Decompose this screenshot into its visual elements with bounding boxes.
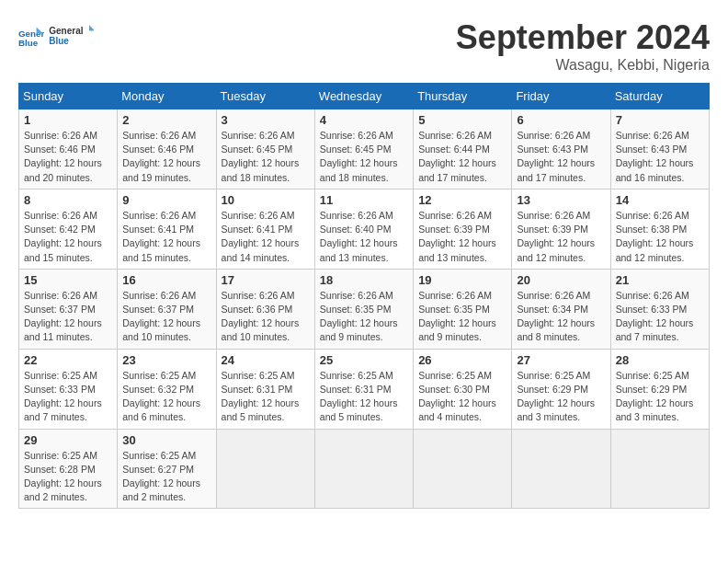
day-number: 22 (24, 353, 112, 367)
day-number: 2 (122, 113, 210, 127)
day-number: 18 (320, 273, 408, 287)
table-row: 12Sunrise: 6:26 AMSunset: 6:39 PMDayligh… (414, 189, 512, 269)
table-row: 16Sunrise: 6:26 AMSunset: 6:37 PMDayligh… (118, 269, 216, 349)
day-info: Sunrise: 6:26 AMSunset: 6:39 PMDaylight:… (418, 209, 506, 265)
table-row: 23Sunrise: 6:25 AMSunset: 6:32 PMDayligh… (118, 349, 216, 429)
table-row (610, 429, 709, 509)
table-row: 15Sunrise: 6:26 AMSunset: 6:37 PMDayligh… (19, 269, 118, 349)
day-number: 21 (616, 273, 704, 287)
svg-text:Blue: Blue (49, 36, 69, 46)
location-subtitle: Wasagu, Kebbi, Nigeria (456, 57, 710, 74)
logo: General Blue General Blue (18, 18, 94, 55)
day-info: Sunrise: 6:25 AMSunset: 6:33 PMDaylight:… (24, 369, 112, 425)
table-row: 11Sunrise: 6:26 AMSunset: 6:40 PMDayligh… (314, 189, 413, 269)
day-number: 15 (24, 273, 112, 287)
day-info: Sunrise: 6:26 AMSunset: 6:37 PMDaylight:… (122, 289, 210, 345)
day-number: 28 (616, 353, 704, 367)
header-sunday: Sunday (19, 84, 118, 109)
calendar-table: Sunday Monday Tuesday Wednesday Thursday… (18, 83, 710, 509)
table-row: 13Sunrise: 6:26 AMSunset: 6:39 PMDayligh… (512, 189, 610, 269)
calendar-week-row: 1Sunrise: 6:26 AMSunset: 6:46 PMDaylight… (19, 109, 710, 190)
table-row: 19Sunrise: 6:26 AMSunset: 6:35 PMDayligh… (414, 269, 512, 349)
table-row: 26Sunrise: 6:25 AMSunset: 6:30 PMDayligh… (414, 349, 512, 429)
svg-text:General: General (49, 26, 83, 36)
month-title: September 2024 (456, 18, 710, 57)
table-row: 29Sunrise: 6:25 AMSunset: 6:28 PMDayligh… (19, 429, 118, 509)
table-row: 22Sunrise: 6:25 AMSunset: 6:33 PMDayligh… (19, 349, 118, 429)
header-tuesday: Tuesday (216, 84, 314, 109)
header-monday: Monday (118, 84, 216, 109)
day-number: 4 (320, 113, 408, 127)
day-info: Sunrise: 6:26 AMSunset: 6:39 PMDaylight:… (517, 209, 605, 265)
table-row: 25Sunrise: 6:25 AMSunset: 6:31 PMDayligh… (314, 349, 413, 429)
calendar-header-row: Sunday Monday Tuesday Wednesday Thursday… (19, 84, 710, 109)
day-info: Sunrise: 6:25 AMSunset: 6:31 PMDaylight:… (222, 369, 310, 425)
day-info: Sunrise: 6:25 AMSunset: 6:29 PMDaylight:… (517, 369, 605, 425)
table-row: 24Sunrise: 6:25 AMSunset: 6:31 PMDayligh… (216, 349, 314, 429)
header-thursday: Thursday (414, 84, 512, 109)
day-info: Sunrise: 6:26 AMSunset: 6:45 PMDaylight:… (222, 129, 310, 185)
day-number: 9 (122, 193, 210, 207)
table-row (512, 429, 610, 509)
day-number: 23 (122, 353, 210, 367)
day-number: 25 (320, 353, 408, 367)
day-info: Sunrise: 6:25 AMSunset: 6:30 PMDaylight:… (418, 369, 506, 425)
calendar-week-row: 22Sunrise: 6:25 AMSunset: 6:33 PMDayligh… (19, 349, 710, 429)
table-row: 9Sunrise: 6:26 AMSunset: 6:41 PMDaylight… (118, 189, 216, 269)
day-number: 11 (320, 193, 408, 207)
day-number: 27 (517, 353, 605, 367)
day-number: 26 (418, 353, 506, 367)
generalblue-logo-svg: General Blue (48, 18, 94, 55)
day-number: 17 (222, 273, 310, 287)
logo-icon: General Blue (18, 24, 44, 50)
day-number: 29 (24, 433, 112, 447)
day-number: 30 (122, 433, 210, 447)
day-number: 10 (222, 193, 310, 207)
header-friday: Friday (512, 84, 610, 109)
day-info: Sunrise: 6:26 AMSunset: 6:34 PMDaylight:… (517, 289, 605, 345)
day-info: Sunrise: 6:26 AMSunset: 6:44 PMDaylight:… (418, 129, 506, 185)
table-row: 18Sunrise: 6:26 AMSunset: 6:35 PMDayligh… (314, 269, 413, 349)
day-info: Sunrise: 6:26 AMSunset: 6:42 PMDaylight:… (24, 209, 112, 265)
day-number: 24 (222, 353, 310, 367)
day-info: Sunrise: 6:26 AMSunset: 6:41 PMDaylight:… (222, 209, 310, 265)
day-number: 6 (517, 113, 605, 127)
calendar-week-row: 15Sunrise: 6:26 AMSunset: 6:37 PMDayligh… (19, 269, 710, 349)
title-area: September 2024 Wasagu, Kebbi, Nigeria (456, 18, 710, 74)
day-info: Sunrise: 6:26 AMSunset: 6:46 PMDaylight:… (122, 129, 210, 185)
table-row: 27Sunrise: 6:25 AMSunset: 6:29 PMDayligh… (512, 349, 610, 429)
day-number: 3 (222, 113, 310, 127)
day-info: Sunrise: 6:25 AMSunset: 6:28 PMDaylight:… (24, 449, 112, 505)
table-row: 10Sunrise: 6:26 AMSunset: 6:41 PMDayligh… (216, 189, 314, 269)
svg-marker-5 (89, 25, 94, 30)
day-number: 13 (517, 193, 605, 207)
day-number: 1 (24, 113, 112, 127)
day-info: Sunrise: 6:26 AMSunset: 6:35 PMDaylight:… (320, 289, 408, 345)
calendar-week-row: 29Sunrise: 6:25 AMSunset: 6:28 PMDayligh… (19, 429, 710, 509)
day-number: 12 (418, 193, 506, 207)
calendar-week-row: 8Sunrise: 6:26 AMSunset: 6:42 PMDaylight… (19, 189, 710, 269)
day-number: 19 (418, 273, 506, 287)
day-number: 20 (517, 273, 605, 287)
table-row: 21Sunrise: 6:26 AMSunset: 6:33 PMDayligh… (610, 269, 709, 349)
day-info: Sunrise: 6:26 AMSunset: 6:41 PMDaylight:… (122, 209, 210, 265)
svg-text:Blue: Blue (18, 38, 39, 48)
table-row: 5Sunrise: 6:26 AMSunset: 6:44 PMDaylight… (414, 109, 512, 190)
table-row (314, 429, 413, 509)
table-row: 6Sunrise: 6:26 AMSunset: 6:43 PMDaylight… (512, 109, 610, 190)
day-info: Sunrise: 6:26 AMSunset: 6:33 PMDaylight:… (616, 289, 704, 345)
table-row: 17Sunrise: 6:26 AMSunset: 6:36 PMDayligh… (216, 269, 314, 349)
day-info: Sunrise: 6:26 AMSunset: 6:37 PMDaylight:… (24, 289, 112, 345)
header-wednesday: Wednesday (314, 84, 413, 109)
table-row: 2Sunrise: 6:26 AMSunset: 6:46 PMDaylight… (118, 109, 216, 190)
day-info: Sunrise: 6:26 AMSunset: 6:43 PMDaylight:… (616, 129, 704, 185)
day-info: Sunrise: 6:26 AMSunset: 6:38 PMDaylight:… (616, 209, 704, 265)
table-row: 20Sunrise: 6:26 AMSunset: 6:34 PMDayligh… (512, 269, 610, 349)
header: General Blue General Blue September 2024… (18, 18, 710, 74)
table-row: 1Sunrise: 6:26 AMSunset: 6:46 PMDaylight… (19, 109, 118, 190)
table-row: 14Sunrise: 6:26 AMSunset: 6:38 PMDayligh… (610, 189, 709, 269)
day-number: 7 (616, 113, 704, 127)
day-info: Sunrise: 6:25 AMSunset: 6:31 PMDaylight:… (320, 369, 408, 425)
table-row: 4Sunrise: 6:26 AMSunset: 6:45 PMDaylight… (314, 109, 413, 190)
table-row (216, 429, 314, 509)
